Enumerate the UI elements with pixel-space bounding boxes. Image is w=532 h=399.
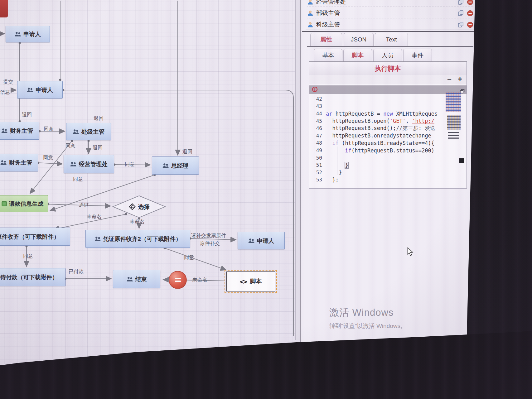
node-label: 申请人 — [23, 30, 41, 38]
activate-windows-watermark: 激活 Windows 转到“设置”以激活 Windows。 — [329, 306, 406, 330]
copy-button[interactable] — [458, 22, 464, 28]
flow-edge — [38, 163, 62, 164]
flow-node-script[interactable]: <>脚本 — [225, 270, 277, 293]
flow-node-task[interactable]: 凭证原件收齐2（可下载附件） — [85, 230, 190, 248]
tab-人员[interactable]: 人员 — [373, 49, 402, 62]
code-line: 49 if(httpRequestB.status==200) — [309, 147, 467, 154]
edge-endpoint — [0, 33, 2, 35]
tab-脚本[interactable]: 脚本 — [343, 49, 372, 62]
flow-node-task[interactable]: 处级主管 — [66, 123, 111, 140]
gateway-icon — [129, 203, 136, 210]
node-label: 脚本 — [250, 277, 262, 286]
minimap-block — [447, 115, 461, 130]
flow-node-task[interactable]: 申请人 — [17, 81, 63, 99]
code-line: 44ar httpRequestB = new XMLHttpReques — [309, 110, 467, 118]
error-icon — [312, 86, 318, 94]
minimap-block — [448, 132, 459, 140]
copy-button[interactable] — [458, 10, 464, 16]
flow-node-task[interactable]: 请款信息生成 — [0, 195, 48, 212]
flow-canvas[interactable]: 申请人申请人财务主管处级主管财务主管经营管理处总经理请款信息生成选择原件收齐（可… — [0, 0, 300, 399]
participant-label: 部级主管 — [316, 9, 340, 17]
code-line: 42 — [309, 95, 467, 103]
list-separator — [307, 7, 473, 7]
collapse-button[interactable]: − — [447, 75, 452, 84]
scroll-handle[interactable] — [459, 158, 464, 163]
flow-node-task[interactable]: 申请人 — [238, 232, 285, 249]
line-number: 45 — [309, 118, 326, 124]
flow-edge — [48, 204, 111, 206]
remove-button[interactable] — [467, 10, 473, 17]
node-label: 申请人 — [36, 86, 53, 94]
code-editor[interactable]: 41424344ar httpRequestB = new XMLHttpReq… — [309, 84, 467, 188]
people-icon — [0, 160, 7, 165]
node-label: 申请人 — [257, 237, 274, 245]
flow-node-task[interactable]: 待付款（可下载附件） — [0, 268, 65, 286]
remove-button[interactable] — [467, 22, 473, 28]
code-line: 52 } — [309, 169, 467, 176]
expand-button[interactable]: + — [458, 75, 462, 84]
line-number: 46 — [309, 125, 326, 131]
flow-node-task[interactable]: 原件收齐（可下载附件） — [0, 228, 70, 246]
flow-edge — [165, 248, 226, 270]
line-number: 53 — [309, 177, 326, 183]
list-separator — [307, 18, 473, 18]
tab-基本[interactable]: 基本 — [314, 49, 342, 62]
node-label: 待付款（可下载附件） — [0, 273, 58, 281]
node-label: 原件收齐（可下载附件） — [0, 233, 60, 241]
flow-node-task[interactable]: 总经理 — [152, 156, 199, 175]
flow-node-task[interactable]: 经营管理处 — [64, 155, 114, 173]
guide-line — [323, 161, 465, 161]
tab-Text[interactable]: Text — [375, 33, 408, 46]
remove-button[interactable] — [467, 0, 473, 5]
participant-label: 经营管理处 — [316, 0, 346, 6]
line-number: 50 — [309, 155, 326, 161]
code-line: 43 — [309, 103, 467, 110]
code-line: 53 }; — [309, 176, 467, 184]
flow-edge — [114, 165, 150, 165]
node-label: 结束 — [135, 275, 147, 283]
flow-node-task[interactable]: 财务主管 — [0, 122, 39, 140]
people-icon — [248, 238, 255, 243]
people-icon — [1, 128, 8, 133]
participant-label: 科级主管 — [316, 21, 340, 29]
indent-guide — [337, 147, 337, 175]
people-icon — [127, 276, 133, 282]
line-number: 51 — [309, 162, 326, 168]
people-icon — [15, 31, 21, 37]
people-icon — [73, 129, 79, 134]
tab-事件[interactable]: 事件 — [403, 49, 432, 62]
document-icon — [2, 201, 7, 206]
red-artifact — [0, 0, 8, 17]
copy-button[interactable] — [458, 0, 464, 5]
tab-属性[interactable]: 属性 — [310, 33, 342, 46]
participant-row[interactable]: 部级主管 — [307, 7, 473, 19]
code-line: 46 httpRequestB.send();//第三步: 发送 — [309, 125, 467, 132]
person-icon — [307, 22, 313, 28]
node-label: 选择 — [138, 203, 150, 211]
node-label: 财务主管 — [10, 127, 33, 135]
code-line: 51 } — [309, 161, 467, 169]
mouse-cursor — [407, 247, 414, 258]
flow-node-task[interactable]: 申请人 — [6, 26, 50, 42]
remove-icon — [467, 0, 473, 5]
people-icon — [27, 87, 33, 93]
tab-JSON[interactable]: JSON — [344, 33, 374, 46]
people-icon — [162, 163, 169, 168]
flow-node-gateway[interactable]: 选择 — [112, 195, 166, 218]
editor-toolbar: − + — [309, 75, 467, 84]
line-number: 52 — [309, 170, 326, 175]
code-line: 48 if (httpRequestB.readyState==4){ — [309, 139, 467, 147]
node-label: 请款信息生成 — [9, 200, 44, 208]
script-section: 执行脚本 − + 41424344ar httpRequestB = new X… — [309, 62, 467, 189]
person-icon — [307, 10, 313, 16]
flow-node-task[interactable]: 结束 — [113, 270, 160, 288]
line-number: 43 — [309, 103, 326, 109]
line-number: 42 — [309, 96, 326, 102]
copy-icon — [458, 22, 464, 28]
edge-endpoint — [59, 79, 61, 81]
participant-row[interactable]: 科级主管 — [307, 19, 473, 30]
code-line: 47 httpRequestB.onreadystatechange — [309, 132, 467, 140]
flow-node-task[interactable]: 财务主管 — [0, 154, 38, 171]
flow-node-end-event[interactable] — [169, 271, 187, 289]
line-number: 47 — [309, 133, 326, 139]
